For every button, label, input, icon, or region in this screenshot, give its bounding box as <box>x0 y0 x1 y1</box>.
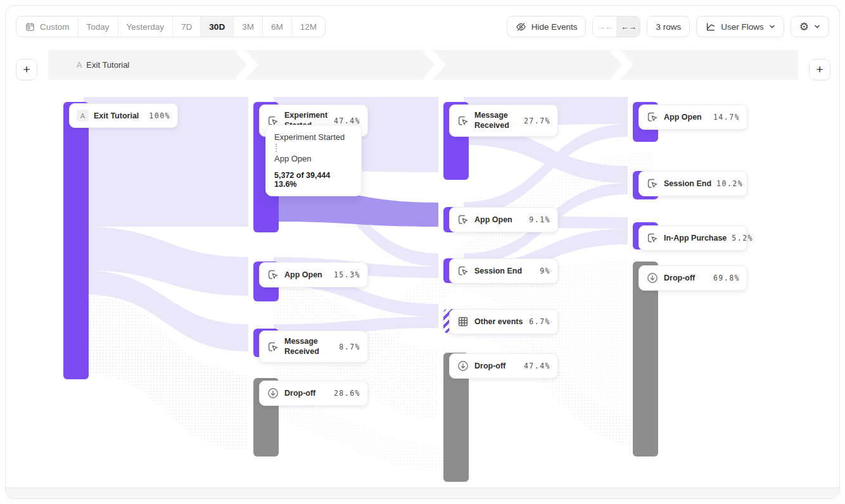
node-percent: 100% <box>149 111 170 120</box>
tooltip-stat: 5,372 of 39,444 13.6% <box>274 171 353 189</box>
sankey-canvas: A Exit Tutorial 100% Experiment Started … <box>6 6 839 498</box>
node-percent: 10.2% <box>716 179 743 188</box>
node-percent: 47.4% <box>524 362 550 370</box>
dropoff-icon <box>646 272 659 284</box>
node-label: Other events <box>474 317 523 326</box>
tooltip-target-event: App Open <box>274 154 353 163</box>
node-label: In-App Purchase <box>664 234 727 243</box>
flow-ribbons <box>6 6 840 499</box>
dropoff-icon <box>267 387 279 400</box>
tooltip-source-event: Experiment Started <box>274 132 353 142</box>
node-label: Message Received <box>474 111 519 130</box>
grid-icon <box>457 315 469 328</box>
flow-node-app-open-3[interactable]: App Open 9.1% <box>449 207 558 232</box>
node-label: App Open <box>284 270 322 279</box>
event-icon <box>646 111 659 123</box>
node-percent: 14.7% <box>713 113 740 122</box>
node-label: Message Received <box>284 337 334 356</box>
flow-node-dropoff-3[interactable]: Drop-off 47.4% <box>449 353 558 379</box>
event-icon <box>267 268 279 281</box>
flow-node-message-received-2[interactable]: Message Received 8.7% <box>259 331 368 363</box>
node-label: App Open <box>664 113 702 122</box>
flow-node-message-received-3[interactable]: Message Received 27.7% <box>449 104 558 137</box>
tooltip-connector <box>276 144 277 152</box>
node-percent: 47.4% <box>334 117 360 125</box>
flow-node-dropoff-4[interactable]: Drop-off 69.8% <box>639 265 747 291</box>
link-tooltip: Experiment Started App Open 5,372 of 39,… <box>265 125 362 196</box>
node-bar-exit-tutorial[interactable] <box>63 102 89 379</box>
node-percent: 27.7% <box>524 117 550 125</box>
node-label: Session End <box>664 179 711 188</box>
node-label: Drop-off <box>664 274 695 282</box>
event-icon <box>457 265 469 277</box>
node-percent: 15.3% <box>334 270 360 279</box>
event-icon <box>267 341 279 353</box>
event-icon <box>646 177 659 190</box>
node-label: Drop-off <box>474 362 505 370</box>
flow-node-session-end-4[interactable]: Session End 10.2% <box>639 171 747 196</box>
app-window: Custom Today Yesterday 7D 30D 3M 6M 12M … <box>5 5 840 499</box>
node-percent: 69.8% <box>713 274 740 282</box>
node-label: App Open <box>474 215 512 224</box>
node-label: Drop-off <box>284 389 315 398</box>
event-icon <box>646 232 659 244</box>
bottom-scrollbar-track[interactable] <box>6 488 839 498</box>
flow-node-app-open-4[interactable]: App Open 14.7% <box>639 104 747 130</box>
node-label: Exit Tutorial <box>94 111 139 120</box>
node-percent: 8.7% <box>339 343 360 351</box>
flow-node-exit-tutorial[interactable]: A Exit Tutorial 100% <box>69 103 178 128</box>
node-percent: 28.6% <box>334 389 360 398</box>
node-bar-dropoff-4[interactable] <box>633 261 658 457</box>
flow-node-app-open-2[interactable]: App Open 15.3% <box>259 262 368 287</box>
node-percent: 9% <box>540 267 550 275</box>
flow-node-in-app-purchase-4[interactable]: In-App Purchase 5.2% <box>639 225 747 251</box>
node-label: Session End <box>474 267 522 275</box>
node-badge: A <box>77 110 89 122</box>
node-percent: 5.2% <box>732 234 753 243</box>
dropoff-icon <box>457 360 469 372</box>
event-icon <box>457 213 469 226</box>
node-percent: 9.1% <box>529 215 550 224</box>
flow-node-other-events-3[interactable]: Other events 6.7% <box>449 309 558 334</box>
node-percent: 6.7% <box>529 317 550 326</box>
flow-node-dropoff-2[interactable]: Drop-off 28.6% <box>259 381 368 406</box>
flow-node-session-end-3[interactable]: Session End 9% <box>449 258 558 284</box>
event-icon <box>457 115 469 127</box>
